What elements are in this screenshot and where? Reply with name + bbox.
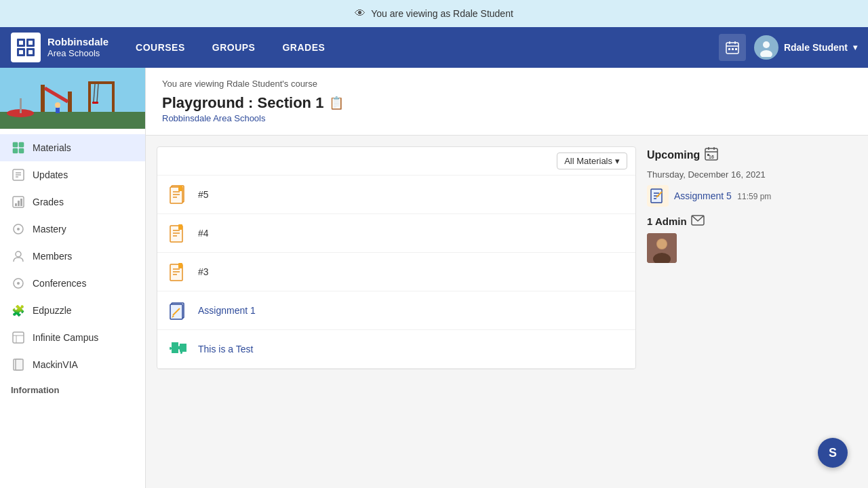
- user-name: Rdale Student: [784, 42, 848, 53]
- materials-panel: All Materials ▾: [157, 146, 636, 369]
- two-col-layout: All Materials ▾: [146, 136, 868, 380]
- sidebar-label-grades: Grades: [33, 197, 64, 207]
- svg-rect-23: [112, 81, 115, 112]
- sidebar: Materials Updates: [0, 68, 146, 488]
- svg-rect-68: [178, 224, 182, 230]
- svg-rect-24: [88, 81, 115, 84]
- svg-point-45: [17, 228, 20, 230]
- course-title: Playground : Section 1 📋: [162, 94, 852, 112]
- sidebar-label-mastery: Mastery: [33, 224, 66, 235]
- sidebar-label-mackinvia: MackinVIA: [33, 359, 78, 370]
- materials-icon: [11, 140, 26, 155]
- sidebar-item-mastery[interactable]: Mastery: [0, 216, 145, 243]
- sidebar-item-updates[interactable]: Updates: [0, 161, 145, 188]
- material-title-3: #3: [198, 266, 209, 277]
- material-title-5: #5: [198, 189, 209, 200]
- svg-rect-35: [19, 148, 24, 153]
- assignment5-icon: [647, 185, 669, 207]
- logo-area[interactable]: Robbinsdale Area Schools: [11, 33, 108, 62]
- user-avatar: [754, 35, 778, 60]
- material-item[interactable]: Assignment 1: [157, 291, 635, 330]
- puzzle-icon: [168, 338, 190, 360]
- svg-rect-73: [178, 263, 182, 268]
- nav-right: Rdale Student ▾: [719, 34, 857, 61]
- sidebar-item-grades[interactable]: Grades: [0, 188, 145, 216]
- dropdown-icon: ▾: [615, 156, 620, 166]
- all-materials-filter[interactable]: All Materials ▾: [557, 152, 627, 169]
- sidebar-label-conferences: Conferences: [33, 278, 86, 289]
- eye-icon: 👁: [355, 7, 366, 20]
- calendar-button[interactable]: [719, 34, 746, 61]
- school-subtitle: Area Schools: [47, 48, 108, 59]
- doc-icon: [168, 222, 190, 244]
- svg-rect-4: [19, 41, 23, 45]
- svg-rect-42: [18, 201, 20, 206]
- upcoming-label: Upcoming: [647, 149, 700, 161]
- svg-rect-5: [28, 41, 33, 45]
- nav-bar: Robbinsdale Area Schools COURSES GROUPS …: [0, 27, 868, 68]
- svg-rect-14: [735, 48, 737, 50]
- admin-avatar: [647, 233, 677, 263]
- svg-rect-29: [20, 98, 22, 113]
- svg-rect-31: [56, 108, 60, 113]
- course-title-text: Playground : Section 1: [162, 94, 323, 112]
- notebook-icon[interactable]: 📋: [329, 96, 344, 110]
- admin-section: 1 Admin: [647, 215, 857, 263]
- svg-rect-33: [19, 142, 24, 147]
- svg-rect-27: [92, 102, 98, 104]
- admin-label: 1 Admin: [647, 216, 687, 227]
- sidebar-item-materials[interactable]: Materials: [0, 134, 145, 161]
- assignment5-info: Assignment 5 11:59 pm: [674, 190, 771, 202]
- assignment5-link[interactable]: Assignment 5: [674, 190, 732, 201]
- svg-rect-6: [19, 50, 23, 54]
- sidebar-label-members: Members: [33, 251, 72, 262]
- sidebar-item-edpuzzle[interactable]: 🧩 Edpuzzle: [0, 297, 145, 324]
- nav-grades[interactable]: GRADES: [269, 27, 338, 68]
- school-link[interactable]: Robbinsdale Area Schools: [162, 113, 266, 123]
- nav-courses[interactable]: COURSES: [122, 27, 199, 68]
- filter-label: All Materials: [564, 156, 612, 166]
- svg-point-96: [657, 239, 667, 249]
- sidebar-label-updates: Updates: [33, 169, 68, 180]
- course-header: You are viewing Rdale Student's course P…: [146, 68, 868, 136]
- material-item[interactable]: This is a Test: [157, 330, 635, 369]
- svg-point-16: [760, 50, 772, 57]
- sidebar-label-infinitecampus: Infinite Campus: [33, 332, 98, 343]
- user-menu-button[interactable]: Rdale Student ▾: [754, 35, 857, 60]
- infinitecampus-icon: [11, 330, 26, 345]
- viewing-as-label: You are viewing Rdale Student's course: [162, 79, 852, 89]
- grades-icon: [11, 195, 26, 209]
- assignment-item: Assignment 5 11:59 pm: [647, 185, 857, 207]
- svg-rect-12: [728, 48, 730, 50]
- svg-point-48: [17, 282, 20, 285]
- material-item[interactable]: #3: [157, 253, 635, 291]
- course-image: [0, 68, 145, 129]
- top-bar: 👁 You are viewing as Rdale Student: [0, 0, 868, 27]
- svg-rect-22: [88, 81, 91, 112]
- material-title-test[interactable]: This is a Test: [198, 344, 253, 354]
- school-name: Robbinsdale: [47, 36, 108, 48]
- admin-message-icon: [691, 215, 705, 228]
- updates-icon: [11, 167, 26, 182]
- svg-rect-41: [15, 203, 17, 206]
- edpuzzle-icon: 🧩: [11, 303, 26, 318]
- sidebar-section-information: Information: [0, 378, 145, 398]
- sidebar-item-mackinvia[interactable]: MackinVIA: [0, 351, 145, 378]
- nav-groups[interactable]: GROUPS: [199, 27, 269, 68]
- svg-rect-19: [41, 85, 45, 112]
- school-logo-text: Robbinsdale Area Schools: [47, 36, 108, 59]
- fab-button[interactable]: S: [818, 438, 848, 468]
- main-content: Materials Updates: [0, 68, 868, 488]
- sidebar-item-conferences[interactable]: Conferences: [0, 270, 145, 297]
- svg-point-15: [763, 41, 770, 48]
- assignment5-time: 11:59 pm: [737, 192, 771, 201]
- material-item[interactable]: #5: [157, 176, 635, 214]
- svg-rect-53: [16, 359, 23, 370]
- material-item[interactable]: #4: [157, 214, 635, 253]
- members-icon: [11, 249, 26, 264]
- upcoming-header: Upcoming 16: [647, 146, 857, 164]
- sidebar-item-members[interactable]: Members: [0, 243, 145, 270]
- material-title-assignment1[interactable]: Assignment 1: [198, 305, 256, 316]
- sidebar-item-infinitecampus[interactable]: Infinite Campus: [0, 324, 145, 351]
- svg-rect-63: [178, 186, 182, 191]
